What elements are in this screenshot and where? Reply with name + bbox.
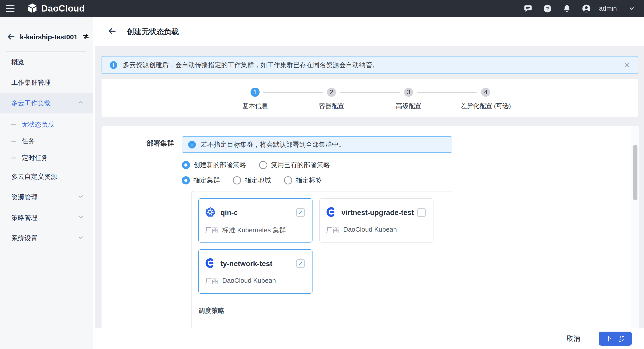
back-arrow-icon[interactable]: [7, 32, 16, 42]
step-differentiated-config[interactable]: 4 差异化配置 (可选): [460, 79, 511, 110]
deploy-hint-text: 若不指定目标集群，将会默认部署到全部集群中。: [201, 140, 345, 149]
step-connector: [263, 92, 323, 93]
cancel-button[interactable]: 取消: [565, 334, 582, 344]
page-header: 创建无状态负载: [93, 17, 644, 46]
scrollbar-thumb[interactable]: [633, 145, 638, 200]
step-connector: [340, 92, 400, 93]
deploy-cluster-label: 部署集群: [128, 139, 174, 148]
current-cluster-name: k-kairship-test001: [20, 33, 78, 41]
daocloud-cube-icon: [27, 3, 38, 14]
vendor-key: 厂商: [326, 226, 339, 235]
menu-toggle-icon[interactable]: [6, 3, 14, 13]
cluster-checkbox-unchecked[interactable]: [417, 208, 426, 217]
help-icon[interactable]: ?: [543, 4, 552, 13]
svg-text:?: ?: [546, 6, 549, 11]
sidebar-item-resource-management[interactable]: 资源管理: [0, 187, 93, 208]
cluster-selection-box: qin-c 厂商 标准 Kubernetes 集群: [191, 191, 452, 328]
topbar: DaoCloud ?: [0, 0, 644, 17]
cluster-checkbox-checked[interactable]: [296, 259, 305, 268]
sidebar-header: k-kairship-test001: [0, 17, 93, 51]
daocloud-cluster-icon: [326, 207, 336, 218]
kubernetes-icon: [205, 207, 216, 218]
sub-item-dash-icon: [11, 141, 16, 142]
page-title: 创建无状态负载: [127, 27, 179, 37]
sidebar-item-jobs[interactable]: 任务: [0, 133, 93, 150]
cluster-name: ty-network-test: [220, 260, 272, 268]
radio-selected-icon: [182, 176, 190, 184]
sidebar-item-work-cluster-management[interactable]: 工作集群管理: [0, 72, 93, 93]
sidebar: k-kairship-test001 概览 工作集群管理 多云工作负载: [0, 17, 93, 349]
main-area: 创建无状态负载 i 多云资源创建后，会自动传播指定的工作集群，如工作集群已存在同…: [93, 17, 644, 349]
radio-unselected-icon: [259, 161, 267, 169]
sidebar-nav: 概览 工作集群管理 多云工作负载 无状态负载 任务: [0, 52, 93, 249]
info-banner-text: 多云资源创建后，会自动传播指定的工作集群，如工作集群已存在同名资源会自动纳管。: [123, 60, 378, 70]
sub-item-dash-icon: [11, 158, 16, 158]
info-banner: i 多云资源创建后，会自动传播指定的工作集群，如工作集群已存在同名资源会自动纳管…: [102, 56, 638, 74]
radio-selected-icon: [182, 161, 190, 169]
chevron-down-icon: [77, 214, 84, 222]
username-label: admin: [599, 5, 617, 12]
daocloud-cluster-icon: [205, 258, 216, 269]
vendor-key: 厂商: [205, 277, 218, 286]
user-menu-chevron-down-icon[interactable]: [627, 4, 636, 13]
sidebar-item-system-settings[interactable]: 系统设置: [0, 228, 93, 249]
brand-name: DaoCloud: [41, 3, 85, 13]
radio-create-new-policy[interactable]: 创建新的部署策略: [182, 160, 246, 170]
target-radio-group: 指定集群 指定地域 指定标签: [182, 176, 452, 185]
wizard-footer: 取消 下一步: [93, 328, 644, 349]
brand-logo: DaoCloud: [27, 3, 85, 14]
next-step-button[interactable]: 下一步: [599, 332, 632, 346]
cluster-card-virtnest-upgrade-test[interactable]: virtnest-upgrade-test 厂商 DaoCloud Kubean: [319, 198, 434, 243]
chevron-down-icon: [77, 193, 84, 201]
vendor-key: 厂商: [205, 226, 218, 235]
app-screen: DaoCloud ?: [0, 0, 644, 349]
banner-close-icon[interactable]: ×: [624, 60, 630, 70]
sidebar-item-multicloud-custom-resources[interactable]: 多云自定义资源: [0, 166, 93, 187]
info-icon: i: [110, 61, 117, 69]
vendor-value: DaoCloud Kubean: [343, 226, 397, 235]
deploy-hint-box: i 若不指定目标集群，将会默认部署到全部集群中。: [182, 136, 452, 153]
info-icon: i: [188, 141, 196, 148]
radio-specify-region[interactable]: 指定地域: [233, 176, 271, 185]
sub-item-dash-icon: [11, 124, 16, 125]
sidebar-item-cron-jobs[interactable]: 定时任务: [0, 150, 93, 166]
message-icon[interactable]: [524, 4, 532, 13]
page-back-arrow-icon[interactable]: [108, 27, 117, 37]
chevron-down-icon: [77, 234, 84, 243]
vendor-value: 标准 Kubernetes 集群: [222, 226, 286, 235]
chevron-up-icon: [77, 99, 84, 107]
cluster-checkbox-checked[interactable]: [296, 208, 305, 217]
notifications-bell-icon[interactable]: [562, 4, 572, 13]
topbar-actions: ? admin: [524, 4, 636, 13]
radio-reuse-existing-policy[interactable]: 复用已有的部署策略: [259, 160, 330, 170]
switch-cluster-icon[interactable]: [82, 33, 90, 41]
radio-unselected-icon: [284, 176, 292, 184]
scrollbar-track: [631, 126, 639, 328]
sidebar-item-stateless-workloads[interactable]: 无状态负载: [0, 116, 93, 133]
cluster-card-qin-c[interactable]: qin-c 厂商 标准 Kubernetes 集群: [198, 198, 312, 243]
deploy-cluster-field: i 若不指定目标集群，将会默认部署到全部集群中。 创建新的部署策略 复用已有的部…: [182, 126, 452, 328]
wizard-stepper: 1 基本信息 2 容器配置 3 高级配置 4 差异化配置 (可选): [102, 79, 638, 117]
step-basic-info[interactable]: 1 基本信息: [242, 79, 268, 110]
cluster-card-list: qin-c 厂商 标准 Kubernetes 集群: [198, 198, 445, 294]
sidebar-item-overview[interactable]: 概览: [0, 52, 93, 72]
cluster-name: virtnest-upgrade-test: [342, 208, 414, 217]
vendor-value: DaoCloud Kubean: [222, 277, 276, 286]
cluster-name: qin-c: [220, 208, 238, 217]
form-panel: 部署集群 i 若不指定目标集群，将会默认部署到全部集群中。 创建新的部署策略: [102, 126, 639, 328]
content-area: i 多云资源创建后，会自动传播指定的工作集群，如工作集群已存在同名资源会自动纳管…: [95, 46, 644, 328]
scheduling-policy-label: 调度策略: [198, 306, 445, 315]
cluster-card-ty-network-test[interactable]: ty-network-test 厂商 DaoCloud Kubean: [198, 249, 312, 294]
step-advanced-config[interactable]: 3 高级配置: [396, 79, 421, 110]
radio-specify-cluster[interactable]: 指定集群: [182, 176, 220, 185]
sidebar-item-multicloud-workloads[interactable]: 多云工作负载: [0, 93, 93, 113]
radio-unselected-icon: [233, 176, 241, 184]
user-avatar[interactable]: [582, 4, 591, 13]
policy-radio-group: 创建新的部署策略 复用已有的部署策略: [182, 160, 452, 170]
sidebar-item-policy-management[interactable]: 策略管理: [0, 208, 93, 228]
radio-specify-label[interactable]: 指定标签: [284, 176, 322, 185]
step-container-config[interactable]: 2 容器配置: [319, 79, 344, 110]
